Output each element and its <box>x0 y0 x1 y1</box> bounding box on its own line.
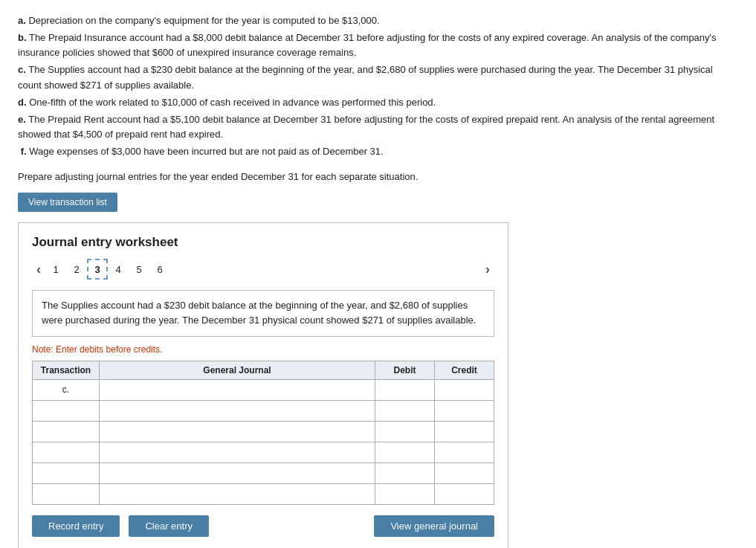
row1-general-input[interactable] <box>103 380 375 400</box>
row2-credit[interactable] <box>435 400 494 421</box>
row5-general-input[interactable] <box>103 463 375 483</box>
next-tab-arrow[interactable]: › <box>481 260 494 279</box>
col-header-general: General Journal <box>100 361 375 379</box>
tab-2[interactable]: 2 <box>66 259 87 280</box>
row2-general-input[interactable] <box>103 401 375 421</box>
problem-item-f: f. Wage expenses of $3,000 have been inc… <box>18 144 738 159</box>
table-row: c. <box>33 379 494 400</box>
description-box: The Supplies account had a $230 debit ba… <box>32 290 494 336</box>
tab-1[interactable]: 1 <box>45 259 66 280</box>
row5-credit[interactable] <box>435 462 494 483</box>
problem-section: a. Depreciation on the company's equipme… <box>18 13 738 222</box>
row2-general[interactable] <box>100 400 375 421</box>
row1-debit-input[interactable] <box>375 380 434 400</box>
record-entry-button[interactable]: Record entry <box>32 515 120 537</box>
row1-general[interactable] <box>100 379 375 400</box>
table-row <box>33 421 494 442</box>
problem-item-b: b. The Prepaid Insurance account had a $… <box>18 30 738 60</box>
worksheet-title: Journal entry worksheet <box>32 235 494 250</box>
row5-transaction <box>33 462 100 483</box>
row5-general[interactable] <box>100 462 375 483</box>
bottom-buttons: Record entry Clear entry View general jo… <box>32 515 494 537</box>
row5-debit[interactable] <box>375 462 435 483</box>
row6-credit-input[interactable] <box>435 484 494 504</box>
row1-debit[interactable] <box>375 379 435 400</box>
row2-transaction <box>33 400 100 421</box>
table-row <box>33 442 494 462</box>
tab-5[interactable]: 5 <box>129 259 149 280</box>
view-transaction-button[interactable]: View transaction list <box>18 193 117 212</box>
col-header-credit: Credit <box>435 361 494 379</box>
row4-general-input[interactable] <box>103 442 375 462</box>
row5-credit-input[interactable] <box>435 463 494 483</box>
row6-transaction <box>33 483 100 504</box>
row1-credit-input[interactable] <box>435 380 494 400</box>
row4-credit[interactable] <box>435 442 494 462</box>
row1-transaction: c. <box>33 379 100 400</box>
row6-debit-input[interactable] <box>375 484 434 504</box>
row3-general-input[interactable] <box>103 422 375 442</box>
problem-item-d: d. One-fifth of the work related to $10,… <box>18 95 738 110</box>
clear-entry-button[interactable]: Clear entry <box>129 515 209 537</box>
prepare-text: Prepare adjusting journal entries for th… <box>18 171 738 182</box>
view-general-journal-button[interactable]: View general journal <box>374 515 494 537</box>
row6-general[interactable] <box>100 483 375 504</box>
col-header-debit: Debit <box>375 361 435 379</box>
problem-text: a. Depreciation on the company's equipme… <box>18 13 738 159</box>
row3-general[interactable] <box>100 421 375 442</box>
row3-debit[interactable] <box>375 421 435 442</box>
row2-debit-input[interactable] <box>375 401 434 421</box>
row4-transaction <box>33 442 100 462</box>
row6-general-input[interactable] <box>103 484 375 504</box>
problem-item-c: c. The Supplies account had a $230 debit… <box>18 62 738 92</box>
row2-debit[interactable] <box>375 400 435 421</box>
row3-credit-input[interactable] <box>435 422 494 442</box>
tabs-row: ‹ 1 2 3 4 5 6 › <box>32 259 494 280</box>
tab-4[interactable]: 4 <box>108 259 129 280</box>
row4-general[interactable] <box>100 442 375 462</box>
row6-credit[interactable] <box>435 483 494 504</box>
row4-credit-input[interactable] <box>435 442 494 462</box>
row4-debit-input[interactable] <box>375 442 434 462</box>
row5-debit-input[interactable] <box>375 463 434 483</box>
row6-debit[interactable] <box>375 483 435 504</box>
tab-6[interactable]: 6 <box>149 259 170 280</box>
prev-tab-arrow[interactable]: ‹ <box>32 260 45 279</box>
row3-transaction <box>33 421 100 442</box>
row3-debit-input[interactable] <box>375 422 434 442</box>
table-row <box>33 483 494 504</box>
table-row <box>33 400 494 421</box>
table-row <box>33 462 494 483</box>
row2-credit-input[interactable] <box>435 401 494 421</box>
row1-credit[interactable] <box>435 379 494 400</box>
problem-item-e: e. The Prepaid Rent account had a $5,100… <box>18 112 738 142</box>
problem-item-a: a. Depreciation on the company's equipme… <box>18 13 738 28</box>
journal-table: Transaction General Journal Debit Credit… <box>32 361 494 505</box>
worksheet-container: Journal entry worksheet ‹ 1 2 3 4 5 6 › … <box>18 222 508 548</box>
tab-3[interactable]: 3 <box>87 259 108 280</box>
row4-debit[interactable] <box>375 442 435 462</box>
col-header-transaction: Transaction <box>33 361 100 379</box>
note-text: Note: Enter debits before credits. <box>32 344 494 355</box>
row3-credit[interactable] <box>435 421 494 442</box>
